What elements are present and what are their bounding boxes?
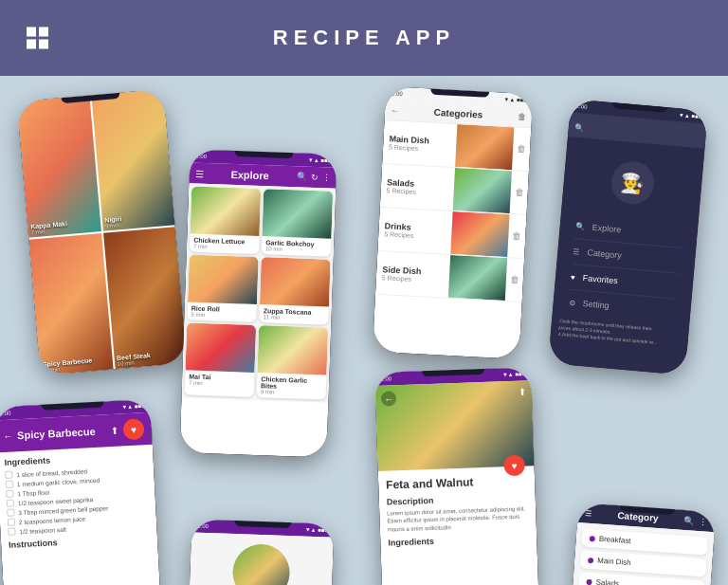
ingredient-checkbox-4[interactable]: [7, 509, 14, 517]
recipe-label-nigiri: Nigiri 9 min: [104, 215, 122, 229]
ingredient-checkbox-6[interactable]: [8, 527, 15, 535]
phone7-hero-image: ← ⬆ ♥: [375, 380, 535, 471]
phone7-content: Feta and Walnut Description Lorem ipsum …: [378, 466, 537, 552]
phone2-header-icons: 🔍 ↻ ⋮: [296, 172, 330, 182]
phone2-recipe-grid: Chicken Lettuce 7 min Garlic Bokchoy 10 …: [181, 183, 336, 402]
phone6-content: [189, 532, 334, 585]
phone-category-screen: ☰ Category 🔍 ⋮ Breakfast Main Dish: [569, 503, 716, 585]
explore-icon: 🔍: [574, 222, 585, 231]
ingredient-checkbox-3[interactable]: [7, 500, 14, 507]
explore-img-chicken-garlic: [257, 325, 328, 375]
phone7-share-icon[interactable]: ⬆: [519, 386, 526, 396]
recipe-grid: Kappa Maki 7 min Nigiri 9 min Spicy Barb…: [17, 89, 188, 375]
ingredient-checkbox-5[interactable]: [8, 518, 15, 525]
recipe-label-spicy: Spicy Barbecue 11 min: [43, 356, 93, 374]
category-trash-drinks[interactable]: 🗑: [508, 230, 526, 242]
phone8-title: Category: [617, 510, 659, 523]
favorites-icon: ♥: [571, 272, 576, 281]
explore-card-chicken-garlic[interactable]: Chicken Garlic Bites 9 min: [257, 325, 329, 400]
phone7-back-icon[interactable]: ←: [381, 391, 397, 407]
phone-explore: 1:00 ▼▲ ■■■ ☰ Explore 🔍 ↻ ⋮ Chicken Lett…: [179, 149, 337, 457]
category-trash-main[interactable]: 🗑: [513, 143, 531, 155]
category-img-drinks: [450, 211, 509, 257]
explore-card-rice-roll[interactable]: Rice Roll 5 min: [187, 254, 258, 322]
settings-icon: ⚙: [568, 298, 575, 307]
phone6-food-img: [232, 543, 291, 585]
recipe-cell-nigiri[interactable]: Nigiri 9 min: [91, 89, 175, 231]
explore-card-zuppa[interactable]: Zuppa Toscana 11 min: [259, 257, 330, 325]
category-img-main-dish: [455, 124, 514, 170]
refresh-icon[interactable]: ↻: [310, 173, 318, 182]
phone-recipe-list: Kappa Maki 7 min Nigiri 9 min Spicy Barb…: [17, 89, 188, 375]
more-icon[interactable]: ⋮: [321, 173, 330, 182]
category-item-salads[interactable]: Salads 5 Recipes 🗑: [380, 164, 529, 215]
recipe-label-kappa: Kappa Maki 7 min: [30, 220, 68, 235]
phone4-screen: 1:00 ▼▲ ■■■ 🔍 👨‍🍳 🔍 Explore ☰ Category ♥: [548, 99, 708, 375]
phone5-back-icon[interactable]: ←: [3, 430, 13, 442]
phone8-menu-icon[interactable]: ☰: [585, 509, 592, 518]
favorite-button[interactable]: ♥: [122, 418, 144, 440]
category-item-side-dish[interactable]: Side Dish 5 Recipes 🗑: [375, 251, 524, 302]
phone3-back-icon[interactable]: ←: [391, 105, 400, 115]
phone-categories: 1:00 ▼▲ ■■■ ← Categories 🗑 Main Dish 5 R…: [373, 86, 533, 359]
app-header: RECIPE APP: [0, 0, 728, 76]
explore-card-chicken-lettuce[interactable]: Chicken Lettuce 7 min: [190, 186, 261, 254]
explore-card-garlic-bokchoy[interactable]: Garlic Bokchoy 10 min: [262, 189, 333, 257]
recipe-label-steak: Beef Steak 10 min: [117, 352, 152, 367]
header-logo: [27, 27, 48, 49]
phone8-search-icon[interactable]: 🔍: [683, 515, 695, 525]
ingredient-checkbox-1[interactable]: [6, 481, 13, 488]
phone7-screen: 1:00 ▼▲ ■■■ ← ⬆ ♥ Feta and Walnut Descri…: [374, 367, 540, 585]
phone5-screen: 1:00 ▼▲ ■■■ ← Spicy Barbecue ⬆ ♥ Ingredi…: [0, 399, 162, 585]
phone8-content: Breakfast Main Dish Salads: [572, 522, 714, 585]
phone2-screen: 1:00 ▼▲ ■■■ ☰ Explore 🔍 ↻ ⋮ Chicken Lett…: [179, 149, 337, 457]
phone1-screen: Kappa Maki 7 min Nigiri 9 min Spicy Barb…: [17, 89, 188, 375]
phone-bottom-nav: 1:00 ▼▲ ■■■ ← ♡ ⊙ ≡: [188, 519, 335, 585]
category-icon: ☰: [573, 247, 580, 257]
phone7-title: Feta and Walnut: [386, 473, 527, 491]
phone6-screen: 1:00 ▼▲ ■■■ ← ♡ ⊙ ≡: [188, 519, 335, 585]
explore-card-mai-tai[interactable]: Mai Tai 7 min: [185, 322, 257, 397]
phone7-description: Lorem ipsum dolor sit amet, consectetur …: [387, 504, 529, 533]
phone8-more-icon[interactable]: ⋮: [699, 517, 708, 527]
explore-img-rice-roll: [188, 254, 259, 304]
explore-img-zuppa: [260, 257, 331, 307]
app-title: RECIPE APP: [273, 26, 455, 50]
search-icon[interactable]: 🔍: [296, 172, 306, 181]
phone-spicy-barbecue: 1:00 ▼▲ ■■■ ← Spicy Barbecue ⬆ ♥ Ingredi…: [0, 399, 162, 585]
category-img-side-dish: [448, 255, 507, 301]
phone-feta-walnut: 1:00 ▼▲ ■■■ ← ⬆ ♥ Feta and Walnut Descri…: [374, 367, 540, 585]
phone4-logo: 👨‍🍳: [561, 137, 704, 224]
ingredient-checkbox-0[interactable]: [5, 471, 12, 479]
phone3-screen: 1:00 ▼▲ ■■■ ← Categories 🗑 Main Dish 5 R…: [373, 86, 533, 359]
ingredient-checkbox-2[interactable]: [6, 490, 13, 498]
explore-img-garlic-bokchoy: [262, 189, 333, 239]
main-content: Kappa Maki 7 min Nigiri 9 min Spicy Barb…: [0, 76, 728, 585]
recipe-cell-steak[interactable]: Beef Steak 10 min: [103, 227, 188, 369]
category-item-main-dish[interactable]: Main Dish 5 Recipes 🗑: [382, 120, 531, 172]
chef-hat-icon: 👨‍🍳: [610, 159, 656, 206]
category-item-drinks[interactable]: Drinks 5 Recipes 🗑: [377, 208, 526, 259]
phone3-trash-icon[interactable]: 🗑: [518, 112, 527, 121]
phone8-screen: ☰ Category 🔍 ⋮ Breakfast Main Dish: [569, 503, 716, 585]
share-icon[interactable]: ⬆: [111, 425, 119, 435]
recipe-cell-kappa[interactable]: Kappa Maki 7 min: [17, 96, 101, 238]
explore-img-chicken-lettuce: [191, 186, 262, 236]
recipe-cell-spicy[interactable]: Spicy Barbecue 11 min: [28, 233, 113, 375]
category-img-salads: [453, 168, 512, 213]
phone-dark-menu: 1:00 ▼▲ ■■■ 🔍 👨‍🍳 🔍 Explore ☰ Category ♥: [548, 99, 708, 375]
phone7-ingredients-title: Ingredients: [388, 534, 529, 548]
explore-img-mai-tai: [185, 322, 256, 373]
category-trash-side[interactable]: 🗑: [506, 274, 524, 285]
category-trash-salads[interactable]: 🗑: [510, 187, 528, 198]
